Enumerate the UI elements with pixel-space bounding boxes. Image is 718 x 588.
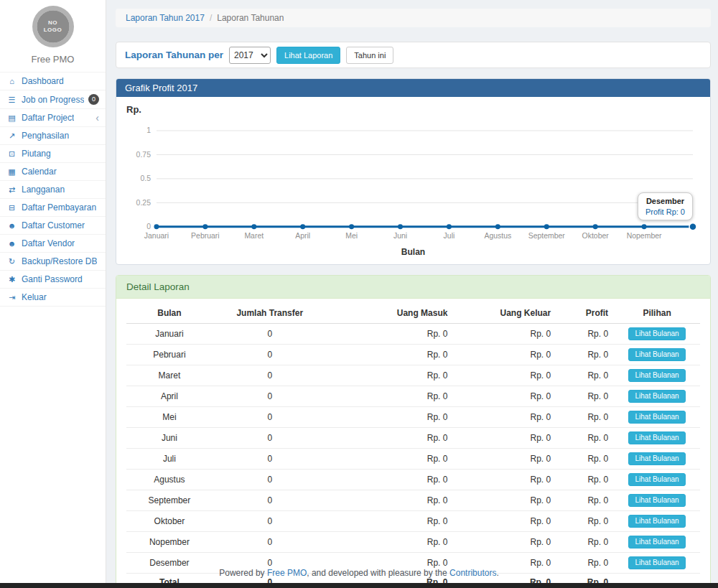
table-row: April0Rp. 0Rp. 0Rp. 0Lihat Bulanan: [126, 386, 700, 406]
cell-uang-keluar: Rp. 0: [453, 365, 556, 386]
cell-jumlah-transfer: 0: [213, 490, 327, 510]
data-point[interactable]: [398, 224, 403, 229]
cell-jumlah-transfer: 0: [213, 531, 327, 552]
cell-pilihan: Lihat Bulanan: [614, 490, 700, 510]
cell-uang-masuk: Rp. 0: [327, 448, 454, 469]
view-month-button[interactable]: Lihat Bulanan: [628, 411, 685, 424]
sidebar-item-langganan[interactable]: ⇄Langganan: [0, 180, 106, 198]
cell-uang-keluar: Rp. 0: [453, 427, 556, 448]
view-month-button[interactable]: Lihat Bulanan: [628, 327, 685, 340]
view-month-button[interactable]: Lihat Bulanan: [628, 473, 685, 486]
cell-uang-masuk: Rp. 0: [327, 490, 454, 510]
data-point-active[interactable]: [689, 223, 696, 230]
data-point[interactable]: [593, 224, 598, 229]
users-icon: ☻: [6, 238, 17, 248]
footer-link-contributors[interactable]: Contributors: [449, 568, 496, 578]
cell-profit: Rp. 0: [556, 531, 614, 552]
cell-profit: Rp. 0: [556, 406, 614, 427]
cell-profit: Rp. 0: [556, 510, 614, 531]
cell-bulan: Mei: [126, 406, 213, 427]
sidebar-item-penghasilan[interactable]: ↗Penghasilan: [0, 126, 106, 144]
table-row: Pebruari0Rp. 0Rp. 0Rp. 0Lihat Bulanan: [126, 344, 700, 365]
cell-bulan: Oktober: [126, 510, 213, 531]
sidebar-item-label: Ganti Password: [22, 274, 83, 284]
cell-pilihan: Lihat Bulanan: [614, 386, 700, 406]
chart-tooltip: Desember Profit Rp: 0: [638, 192, 693, 220]
view-month-button[interactable]: Lihat Bulanan: [628, 369, 685, 382]
data-point[interactable]: [447, 224, 452, 229]
data-point[interactable]: [544, 224, 549, 229]
cell-jumlah-transfer: 0: [213, 448, 327, 469]
table-row: Oktober0Rp. 0Rp. 0Rp. 0Lihat Bulanan: [126, 510, 700, 531]
footer-text-post: .: [496, 568, 498, 578]
chart-y-axis-label: Rp.: [125, 103, 701, 118]
cell-bulan: April: [126, 386, 213, 406]
sidebar-item-backup-restore-db[interactable]: ↻Backup/Restore DB: [0, 252, 106, 270]
cell-pilihan: Lihat Bulanan: [614, 365, 700, 386]
brand-logo: NO LOGO: [0, 0, 106, 47]
view-month-button[interactable]: Lihat Bulanan: [628, 390, 685, 403]
data-point[interactable]: [202, 224, 208, 229]
chart-body: Rp. 10.750.50.250JanuariPebruariMaretApr…: [116, 97, 710, 264]
cell-jumlah-transfer: 0: [213, 386, 327, 406]
detail-panel: Detail Laporan BulanJumlah TransferUang …: [116, 275, 711, 588]
view-month-button[interactable]: Lihat Bulanan: [628, 431, 685, 444]
data-point[interactable]: [642, 224, 647, 229]
sidebar-item-job-on-progress[interactable]: ☰Job on Progress0: [0, 90, 106, 108]
cell-jumlah-transfer: 0: [213, 323, 327, 344]
chevron-left-icon: ‹: [95, 113, 99, 122]
sidebar-item-daftar-project[interactable]: ▤Daftar Project‹: [0, 108, 106, 126]
sidebar-item-calendar[interactable]: ▦Calendar: [0, 162, 106, 180]
payment-icon: ⊟: [6, 202, 17, 213]
x-tick-label: Nopember: [627, 232, 662, 240]
cell-jumlah-transfer: 0: [213, 406, 327, 427]
data-point[interactable]: [154, 224, 159, 229]
footer-link-freepmo[interactable]: Free PMO: [267, 568, 307, 578]
view-report-button[interactable]: Lihat Laporan: [276, 47, 340, 64]
sidebar-item-daftar-vendor[interactable]: ☻Daftar Vendor: [0, 234, 106, 252]
breadcrumb-link-report-year[interactable]: Laporan Tahun 2017: [126, 13, 205, 23]
x-tick-label: Mei: [345, 232, 358, 240]
year-select[interactable]: 2017: [229, 47, 271, 64]
this-year-button[interactable]: Tahun ini: [346, 47, 393, 64]
view-month-button[interactable]: Lihat Bulanan: [628, 494, 685, 507]
breadcrumb-separator: /: [210, 13, 212, 23]
data-point[interactable]: [349, 224, 354, 229]
cell-pilihan: Lihat Bulanan: [614, 427, 700, 448]
cell-bulan: Agustus: [126, 469, 213, 490]
sidebar-item-label: Piutang: [22, 149, 51, 159]
data-point[interactable]: [300, 224, 305, 229]
x-tick-label: April: [295, 232, 310, 240]
y-tick-label: 0.25: [136, 199, 151, 207]
x-tick-label: Agustus: [484, 232, 511, 240]
sidebar-item-keluar[interactable]: ⇥Keluar: [0, 288, 106, 307]
table-header-row: BulanJumlah TransferUang MasukUang Kelua…: [126, 303, 700, 324]
cell-profit: Rp. 0: [556, 490, 614, 510]
view-month-button[interactable]: Lihat Bulanan: [628, 536, 685, 549]
chart-x-axis-label: Bulan: [125, 247, 701, 258]
view-month-button[interactable]: Lihat Bulanan: [628, 452, 685, 465]
sidebar-item-dashboard[interactable]: ⌂Dashboard: [0, 72, 106, 90]
sidebar-item-ganti-password[interactable]: ✱Ganti Password: [0, 270, 106, 288]
calendar-icon: ▦: [6, 167, 17, 177]
cell-uang-keluar: Rp. 0: [453, 469, 556, 490]
x-tick-label: Oktober: [582, 232, 610, 240]
data-point[interactable]: [251, 224, 256, 229]
sidebar-item-label: Backup/Restore DB: [22, 256, 97, 266]
filter-panel: Laporan Tahunan per 2017 Lihat Laporan T…: [116, 42, 711, 68]
sidebar-item-daftar-pembayaran[interactable]: ⊟Daftar Pembayaran: [0, 198, 106, 216]
table-row: Maret0Rp. 0Rp. 0Rp. 0Lihat Bulanan: [126, 365, 700, 386]
cell-jumlah-transfer: 0: [213, 365, 327, 386]
filter-label: Laporan Tahunan per: [125, 50, 223, 60]
cell-jumlah-transfer: 0: [213, 469, 327, 490]
dashboard-icon: ⌂: [6, 76, 17, 86]
sidebar-item-daftar-customer[interactable]: ☻Daftar Customer: [0, 216, 106, 234]
x-tick-label: Juni: [393, 232, 407, 240]
sidebar-item-piutang[interactable]: ⊡Piutang: [0, 144, 106, 162]
cell-bulan: September: [126, 490, 213, 510]
table-icon: ▤: [6, 113, 17, 123]
view-month-button[interactable]: Lihat Bulanan: [628, 515, 685, 528]
tasks-icon: ☰: [6, 95, 17, 105]
view-month-button[interactable]: Lihat Bulanan: [628, 348, 685, 361]
data-point[interactable]: [495, 224, 500, 229]
